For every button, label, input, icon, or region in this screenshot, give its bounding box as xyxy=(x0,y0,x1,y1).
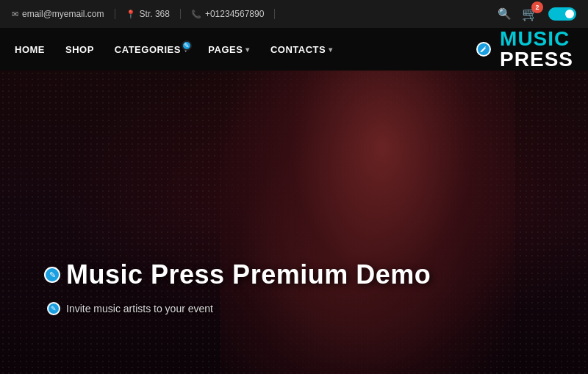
email-item: ✉ email@myemail.com xyxy=(12,9,115,19)
nav-links: HOME SHOP CATEGORIES ▾ ✎ PAGES ▾ C xyxy=(15,44,333,55)
address-item: 📍 Str. 368 xyxy=(126,9,181,19)
pencil-icon: ✎ xyxy=(51,305,57,312)
phone-item: 📞 +01234567890 xyxy=(191,9,275,19)
location-icon: 📍 xyxy=(126,10,136,19)
phone-icon: 📞 xyxy=(191,10,201,19)
nav-link-categories[interactable]: CATEGORIES ▾ xyxy=(115,44,188,55)
nav-item-pages[interactable]: PAGES ▾ xyxy=(208,44,250,55)
hero-content: ✎ Music Press Premium Demo ✎ Invite musi… xyxy=(44,259,431,315)
cart-badge: 2 xyxy=(531,1,543,13)
logo-line1: MUSIC xyxy=(500,29,573,49)
logo: MUSIC PRESS xyxy=(476,29,573,70)
hero-subtitle: Invite music artists to your event xyxy=(66,303,213,314)
hero-subtitle-wrapper: ✎ Invite music artists to your event xyxy=(47,302,431,315)
pencil-icon: ✎ xyxy=(184,42,190,49)
nav-item-categories[interactable]: CATEGORIES ▾ ✎ xyxy=(115,44,188,55)
pencil-icon: ✎ xyxy=(49,270,56,280)
nav-item-home[interactable]: HOME xyxy=(15,44,45,55)
nav-link-home[interactable]: HOME xyxy=(15,44,45,55)
top-bar: ✉ email@myemail.com 📍 Str. 368 📞 +012345… xyxy=(0,0,588,28)
logo-line2: PRESS xyxy=(500,49,573,70)
logo-edit-dot[interactable] xyxy=(476,42,491,57)
pencil-icon xyxy=(480,46,487,53)
logo-text: MUSIC PRESS xyxy=(500,29,573,70)
nav-item-contacts[interactable]: CONTACTS ▾ xyxy=(270,44,333,55)
nav-link-shop[interactable]: SHOP xyxy=(65,44,94,55)
chevron-down-icon: ▾ xyxy=(245,46,250,54)
theme-toggle[interactable] xyxy=(548,7,576,21)
nav-item-shop[interactable]: SHOP xyxy=(65,44,94,55)
address-text: Str. 368 xyxy=(140,9,170,19)
email-text: email@myemail.com xyxy=(22,9,104,19)
nav-link-pages[interactable]: PAGES ▾ xyxy=(208,44,250,55)
categories-edit-dot[interactable]: ✎ xyxy=(182,40,192,51)
hero-section: ✎ Music Press Premium Demo ✎ Invite musi… xyxy=(0,71,588,374)
hero-image xyxy=(220,71,514,374)
chevron-down-icon: ▾ xyxy=(329,46,333,54)
hero-title-wrapper: ✎ Music Press Premium Demo xyxy=(44,259,431,290)
email-icon: ✉ xyxy=(12,10,18,19)
phone-text: +01234567890 xyxy=(205,9,264,19)
nav-bar: HOME SHOP CATEGORIES ▾ ✎ PAGES ▾ C xyxy=(0,28,588,71)
hero-subtitle-edit-dot[interactable]: ✎ xyxy=(47,302,60,315)
top-bar-right: 🔍 🛒 2 xyxy=(498,6,576,22)
hero-title: Music Press Premium Demo xyxy=(66,259,431,290)
nav-link-contacts[interactable]: CONTACTS ▾ xyxy=(270,44,333,55)
search-button[interactable]: 🔍 xyxy=(498,7,512,21)
cart-button[interactable]: 🛒 2 xyxy=(522,6,538,22)
hero-title-edit-dot[interactable]: ✎ xyxy=(44,267,60,283)
